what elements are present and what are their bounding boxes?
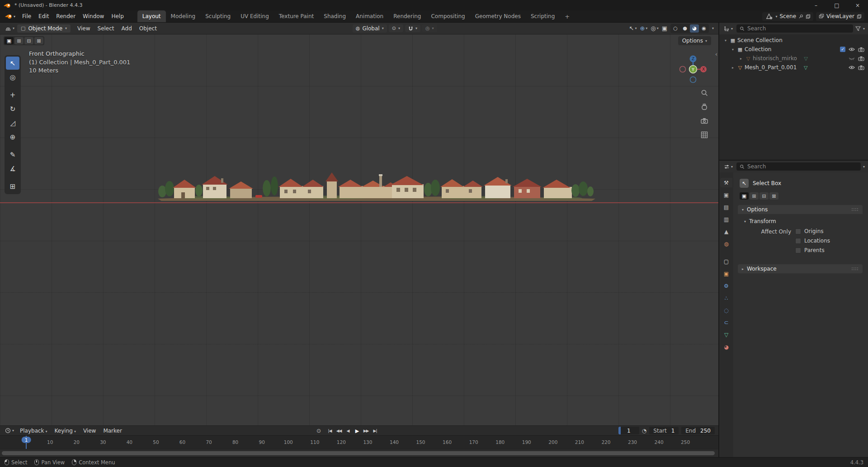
tool-transform[interactable]: ⊕ [6, 130, 19, 143]
menu-file[interactable]: File [19, 12, 35, 21]
timeline-menu-marker[interactable]: Marker [99, 426, 125, 435]
disable-in-renders-icon[interactable] [858, 65, 864, 70]
tool-select-box[interactable]: ↖ [6, 57, 19, 70]
start-frame-field[interactable]: Start 1 [649, 427, 679, 434]
navigation-gizmo[interactable]: Z X Y [677, 53, 709, 85]
select-mode-intersect-button[interactable]: ⊠ [34, 37, 43, 44]
select-mode-extend-button[interactable]: ⊞ [750, 192, 759, 200]
workspace-tab-scripting[interactable]: Scripting [526, 10, 560, 22]
select-mode-set-button[interactable]: ▣ [5, 37, 14, 44]
timeline-menu-keying[interactable]: Keying▾ [51, 426, 80, 435]
affect-origins-checkbox[interactable]: Origins [795, 228, 863, 234]
outliner-row-mesh-0-part-0-001[interactable]: ▸ ▽ Mesh_0_Part_0.001 ▽ [719, 63, 868, 72]
select-mode-set-button[interactable]: ▣ [740, 192, 749, 200]
viewlayer-selector[interactable]: ViewLayer [816, 12, 864, 21]
use-preview-range-icon[interactable]: ◔ [642, 428, 646, 434]
play-button[interactable]: ▶ [353, 427, 361, 434]
properties-tab-render[interactable]: ▣ [720, 190, 732, 200]
filter-icon[interactable] [855, 26, 861, 31]
properties-tab-particles[interactable]: ∴ [720, 293, 732, 303]
select-mode-subtract-button[interactable]: ⊟ [760, 192, 769, 200]
pan-hand-icon[interactable] [700, 103, 708, 111]
outliner-search-input[interactable]: Search [736, 24, 853, 33]
affect-locations-checkbox[interactable]: Locations [795, 238, 863, 244]
properties-tab-scene[interactable]: ▲ [720, 227, 732, 236]
play-reverse-button[interactable]: ◀ [344, 427, 352, 434]
viewport-menu-view[interactable]: View [74, 24, 94, 33]
previous-keyframe-button[interactable]: ◀◀ [335, 427, 343, 434]
tool-move[interactable]: + [6, 88, 19, 101]
viewport-options-button[interactable]: Options ▾ [678, 36, 711, 45]
shading-material-preview-button[interactable]: ◕ [690, 24, 699, 33]
properties-tab-world[interactable]: ◍ [720, 239, 732, 248]
properties-tab-object[interactable]: ▣ [720, 269, 732, 278]
region-collapse-icon[interactable]: ‹ [715, 51, 717, 57]
select-mode-intersect-button[interactable]: ⊠ [769, 192, 778, 200]
transform-subpanel-header[interactable]: ▾ Transform [738, 216, 863, 227]
outliner-row-scene-collection[interactable]: ▾ ▦ Scene Collection [719, 36, 868, 45]
properties-tab-modifiers[interactable]: ⚙ [720, 281, 732, 291]
timeline-scrollbar[interactable] [2, 451, 715, 455]
properties-editor-type-button[interactable]: ▾ [722, 164, 734, 170]
select-mode-subtract-button[interactable]: ⊟ [24, 37, 33, 44]
orthographic-grid-icon[interactable] [700, 131, 708, 139]
tool-measure[interactable]: ∡ [6, 162, 19, 175]
workspace-tab-animation[interactable]: Animation [351, 10, 388, 22]
workspace-tab-shading[interactable]: Shading [319, 10, 351, 22]
xray-toggle[interactable]: ▣ [662, 25, 667, 32]
disable-in-renders-icon[interactable] [858, 47, 864, 52]
show-overlays-toggle[interactable]: ◎ ▾ [651, 25, 658, 32]
menu-edit[interactable]: Edit [35, 12, 52, 21]
close-button[interactable]: × [847, 0, 868, 10]
blender-menu-button[interactable]: ▾ [4, 14, 17, 19]
properties-tab-view-layer[interactable]: ▥ [720, 214, 732, 224]
workspace-tab-modeling[interactable]: Modeling [166, 10, 201, 22]
workspace-tab-geometry-nodes[interactable]: Geometry Nodes [470, 10, 526, 22]
expand-caret-icon[interactable]: ▾ [722, 38, 729, 43]
select-mode-extend-button[interactable]: ⊞ [14, 37, 24, 44]
proportional-edit-toggle[interactable]: ◎ ▾ [422, 24, 437, 32]
mode-dropdown[interactable]: ▢ Object Mode ▾ [17, 24, 71, 33]
village-mesh[interactable] [155, 163, 598, 202]
pin-icon[interactable] [798, 14, 803, 19]
workspace-tab-rendering[interactable]: Rendering [388, 10, 426, 22]
menu-render[interactable]: Render [52, 12, 79, 21]
timeline-menu-playback[interactable]: Playback▾ [16, 426, 51, 435]
workspace-tab-sculpting[interactable]: Sculpting [200, 10, 236, 22]
collection-checkbox[interactable]: ✓ [840, 47, 845, 52]
snap-toggle[interactable]: ▾ [405, 25, 420, 32]
gizmo-x-negative-axis[interactable] [680, 67, 686, 72]
properties-search-input[interactable]: Search [736, 162, 861, 171]
properties-tab-output[interactable]: ▤ [720, 202, 732, 212]
current-frame-field[interactable]: 1 [618, 427, 639, 434]
tool-add-cube[interactable]: ⊞ [6, 180, 19, 193]
timeline-editor-type-button[interactable]: ▾ [4, 428, 15, 434]
zoom-icon[interactable] [700, 89, 708, 97]
hidden-eye-icon[interactable] [849, 56, 855, 61]
viewport-menu-object[interactable]: Object [136, 24, 160, 33]
workspace-tab-layout[interactable]: Layout [137, 10, 166, 22]
workspace-panel-header[interactable]: ▸ Workspace [738, 264, 863, 273]
panel-drag-grip[interactable] [851, 267, 859, 271]
jump-to-start-button[interactable]: |◀ [326, 427, 334, 434]
pivot-point-dropdown[interactable]: ⊙ ▾ [389, 24, 403, 32]
panel-drag-grip[interactable] [851, 208, 859, 211]
auto-keying-toggle[interactable]: ⊙ [316, 428, 321, 434]
camera-view-icon[interactable] [700, 117, 708, 125]
timeline-menu-view[interactable]: View [80, 426, 99, 435]
workspace-tab-compositing[interactable]: Compositing [426, 10, 470, 22]
viewport-menu-select[interactable]: Select [94, 24, 118, 33]
properties-tab-collection[interactable]: ▢ [720, 257, 732, 266]
properties-tab-material[interactable]: ◕ [720, 342, 732, 352]
expand-caret-icon[interactable]: ▸ [729, 66, 736, 70]
active-tool-header[interactable]: ↖ Select Box [740, 179, 863, 188]
expand-caret-icon[interactable]: ▾ [729, 48, 736, 52]
properties-tab-physics[interactable]: ◌ [720, 305, 732, 315]
shading-dropdown-icon[interactable]: ▾ [712, 26, 714, 30]
gizmo-z-negative-axis[interactable] [690, 77, 696, 83]
restore-button[interactable]: □ [826, 0, 847, 10]
3d-viewport[interactable]: ▣⊞⊟⊠ ↖◎+↻◿⊕✎∡⊞ Front Orthographic (1) Co… [0, 34, 718, 425]
timeline-scrollbar-track[interactable] [0, 449, 718, 457]
outliner-row-historisch-mirko[interactable]: ▸ ▽ historisch_mirko ▽ [719, 54, 868, 63]
affect-parents-checkbox[interactable]: Parents [795, 247, 863, 253]
